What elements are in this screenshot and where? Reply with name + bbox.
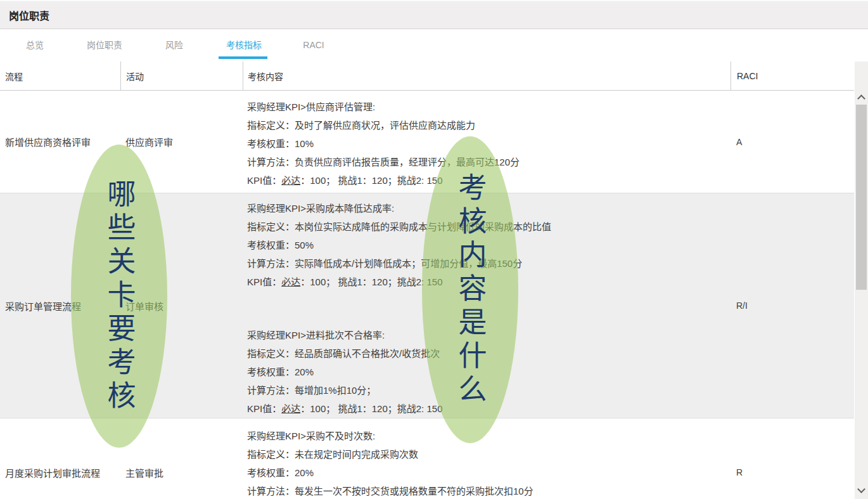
kpi-title: 采购经理KPI>进料批次不合格率: bbox=[247, 326, 731, 344]
tab-job-duties[interactable]: 岗位职责 bbox=[70, 29, 139, 62]
raci-cell: R/I bbox=[731, 193, 854, 418]
scrollbar-thumb[interactable] bbox=[856, 105, 867, 290]
kpi-calc: 计算方法：每增加1%扣10分； bbox=[247, 381, 731, 399]
kpi-calc: 计算方法：实际降低成本/计划降低成本；可增加分值，最高150分 bbox=[247, 254, 731, 273]
table-row: 新增供应商资格评审 供应商评审 采购经理KPI>供应商评估管理: 指标定义：及时… bbox=[0, 91, 854, 193]
kpi-block: 采购经理KPI>进料批次不合格率: 指标定义：经品质部确认不合格批次/收货批次 … bbox=[247, 326, 731, 418]
active-tab-underline bbox=[219, 56, 267, 59]
assessment-table: 流程 活动 考核内容 RACI 新增供应商资格评审 供应商评审 采购经理KPI>… bbox=[0, 62, 854, 499]
kpi-definition: 指标定义：未在规定时间内完成采购次数 bbox=[247, 445, 731, 463]
scroll-up-icon[interactable] bbox=[858, 96, 864, 101]
kpi-calc: 计算方法：负责供应商评估报告质量，经理评分，最高可达120分 bbox=[247, 153, 731, 171]
scroll-down-icon[interactable] bbox=[858, 486, 864, 491]
header-raci: RACI bbox=[731, 62, 854, 90]
app-window: 岗位职责 总览 岗位职责 风险 考核指标 RACI 流程 活动 考核内容 RAC… bbox=[0, 0, 868, 499]
kpi-values: KPI值：必达：100； 挑战1：120；挑战2: 150 bbox=[247, 171, 731, 190]
kpi-title: 采购经理KPI>供应商评估管理: bbox=[247, 98, 731, 116]
header-process: 流程 bbox=[0, 62, 120, 90]
kpi-weight: 考核权重：10% bbox=[247, 134, 731, 153]
process-cell: 月度采购计划审批流程 bbox=[0, 418, 120, 499]
kpi-weight: 考核权重：50% bbox=[247, 236, 731, 254]
kpi-block: 采购经理KPI>采购成本降低达成率: 指标定义：本岗位实际达成降低的采购成本与计… bbox=[247, 199, 731, 291]
activity-cell: 供应商评审 bbox=[120, 91, 243, 193]
kpi-calc: 计算方法：每发生一次不按时交货或规格数量不符的采购批次扣10分 bbox=[247, 482, 731, 499]
vertical-scrollbar[interactable] bbox=[855, 62, 868, 499]
process-cell: 新增供应商资格评审 bbox=[0, 91, 120, 193]
activity-cell: 订单审核 bbox=[120, 193, 243, 418]
kpi-values: KPI值：必达：100； 挑战1：120；挑战2: 150 bbox=[247, 399, 731, 418]
table-header-row: 流程 活动 考核内容 RACI bbox=[0, 62, 854, 91]
kpi-title: 采购经理KPI>采购不及时次数: bbox=[247, 427, 731, 445]
tab-overview[interactable]: 总览 bbox=[0, 29, 70, 62]
tab-raci[interactable]: RACI bbox=[279, 29, 348, 62]
kpi-title: 采购经理KPI>采购成本降低达成率: bbox=[247, 199, 731, 217]
kpi-weight: 考核权重：20% bbox=[247, 463, 731, 482]
content-cell: 采购经理KPI>采购不及时次数: 指标定义：未在规定时间内完成采购次数 考核权重… bbox=[243, 418, 731, 499]
table-row: 月度采购计划审批流程 主管审批 采购经理KPI>采购不及时次数: 指标定义：未在… bbox=[0, 418, 854, 499]
raci-cell: A bbox=[731, 91, 854, 193]
tab-bar: 总览 岗位职责 风险 考核指标 RACI bbox=[0, 29, 868, 62]
header-content: 考核内容 bbox=[243, 62, 731, 90]
kpi-weight: 考核权重：20% bbox=[247, 363, 731, 381]
content-cell: 采购经理KPI>采购成本降低达成率: 指标定义：本岗位实际达成降低的采购成本与计… bbox=[243, 193, 731, 418]
content-cell: 采购经理KPI>供应商评估管理: 指标定义：及时了解供应商状况，评估供应商达成能… bbox=[243, 91, 731, 193]
title-bar: 岗位职责 bbox=[0, 0, 868, 29]
header-activity: 活动 bbox=[120, 62, 243, 90]
kpi-values: KPI值：必达：100； 挑战1：120；挑战2: 150 bbox=[247, 273, 731, 291]
tab-risk[interactable]: 风险 bbox=[139, 29, 209, 62]
table-row: 采购订单管理流程 订单审核 采购经理KPI>采购成本降低达成率: 指标定义：本岗… bbox=[0, 193, 854, 418]
kpi-definition: 指标定义：及时了解供应商状况，评估供应商达成能力 bbox=[247, 116, 731, 134]
kpi-definition: 指标定义：经品质部确认不合格批次/收货批次 bbox=[247, 344, 731, 363]
activity-cell: 主管审批 bbox=[120, 418, 243, 499]
process-cell: 采购订单管理流程 bbox=[0, 193, 120, 418]
kpi-definition: 指标定义：本岗位实际达成降低的采购成本与计划降低的采购成本的比值 bbox=[247, 217, 731, 236]
page-title: 岗位职责 bbox=[9, 8, 49, 23]
raci-cell: R bbox=[731, 418, 854, 499]
